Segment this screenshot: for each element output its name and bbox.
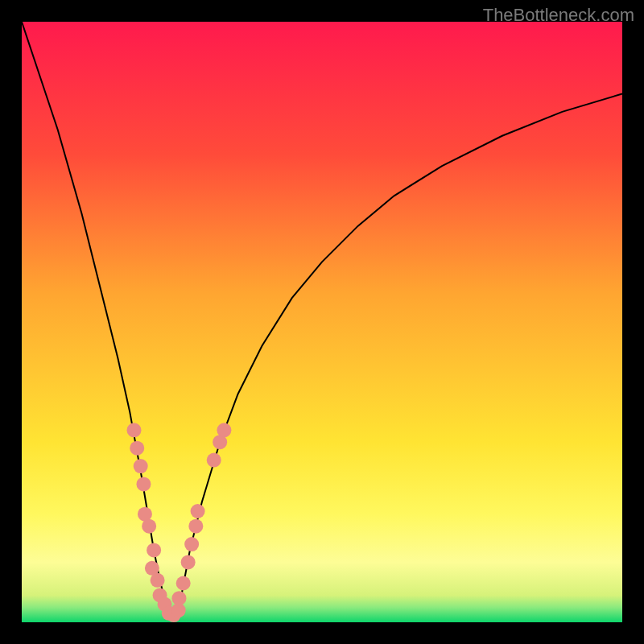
data-point bbox=[217, 423, 231, 437]
data-point bbox=[181, 555, 196, 569]
data-point bbox=[184, 537, 199, 551]
data-point bbox=[188, 519, 203, 534]
data-point bbox=[142, 519, 156, 534]
data-point bbox=[176, 576, 191, 591]
data-point bbox=[134, 459, 148, 473]
data-point bbox=[147, 543, 161, 557]
data-point bbox=[207, 453, 221, 468]
data-point bbox=[171, 591, 186, 605]
data-point bbox=[130, 441, 144, 456]
data-point bbox=[127, 423, 142, 437]
bottleneck-chart bbox=[22, 22, 622, 622]
data-point bbox=[136, 477, 151, 491]
data-point bbox=[151, 573, 165, 588]
gradient-background bbox=[22, 22, 622, 622]
chart-frame bbox=[22, 22, 622, 622]
data-point bbox=[191, 504, 205, 518]
